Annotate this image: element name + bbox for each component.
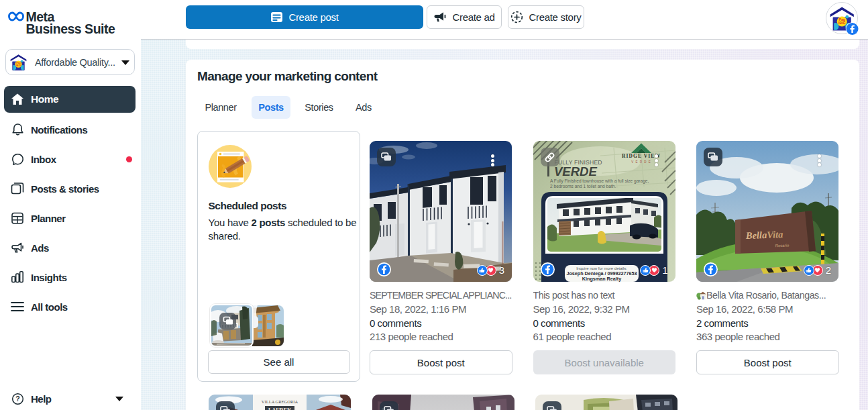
svg-text:IBIG: IBIG [16,64,21,67]
svg-text:VILLA GREGORIA: VILLA GREGORIA [262,399,299,404]
svg-text:Rosario: Rosario [775,244,790,248]
svg-text:V E R D E: V E R D E [631,160,651,164]
svg-text:VERDE: VERDE [554,164,597,178]
svg-text:BellaVita: BellaVita [745,229,783,241]
svg-text:Kingsman Realty: Kingsman Realty [582,276,620,282]
svg-text:A Fully Finished townhouse wit: A Fully Finished townhouse with a full s… [550,178,649,184]
svg-text:LAUREN: LAUREN [268,407,291,410]
svg-text:IBIG: IBIG [838,21,846,25]
svg-text:Business Suite: Business Suite [26,21,115,36]
svg-text:2 bedrooms and 1 toilet and ba: 2 bedrooms and 1 toilet and bath. [550,184,616,189]
svg-text:?: ? [15,395,19,403]
